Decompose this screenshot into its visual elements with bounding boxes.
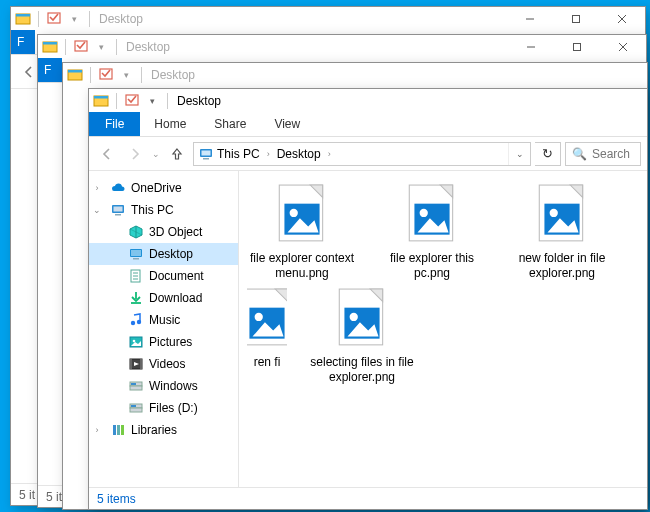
qat-customize-icon[interactable]: ▾ (144, 93, 160, 109)
tree-item-label: Videos (149, 357, 185, 371)
chevron-down-icon[interactable]: ⌄ (89, 205, 105, 215)
svg-rect-47 (130, 386, 142, 390)
minimize-button[interactable] (508, 35, 554, 58)
refresh-button[interactable]: ↻ (535, 142, 561, 166)
svg-rect-22 (203, 158, 209, 160)
up-button[interactable] (165, 142, 189, 166)
tree-item-videos[interactable]: Videos (89, 353, 238, 375)
tree-item-document[interactable]: Document (89, 265, 238, 287)
3d-icon (127, 224, 145, 240)
tree-item-label: Desktop (149, 247, 193, 261)
svg-rect-1 (16, 14, 30, 17)
breadcrumb-thispc[interactable]: This PC (194, 143, 264, 165)
folder-icon[interactable] (46, 11, 62, 27)
tree-item-onedrive[interactable]: ›OneDrive (89, 177, 238, 199)
tree-item-libraries[interactable]: ›Libraries (89, 419, 238, 441)
tree-item-download[interactable]: Download (89, 287, 238, 309)
file-name: ren fi (254, 355, 281, 370)
explorer-app-icon (93, 93, 109, 109)
tree-item-pictures[interactable]: Pictures (89, 331, 238, 353)
maximize-button[interactable] (554, 35, 600, 58)
file-list[interactable]: file explorer context menu.pngfile explo… (239, 171, 647, 487)
navigation-pane[interactable]: ›OneDrive⌄This PC3D ObjectDesktopDocumen… (89, 171, 239, 487)
folder-icon[interactable] (98, 67, 114, 83)
forward-button[interactable] (123, 142, 147, 166)
svg-rect-52 (113, 425, 116, 435)
svg-point-40 (133, 340, 136, 343)
chevron-right-icon[interactable]: › (264, 149, 273, 159)
close-button[interactable] (600, 35, 646, 58)
file-name: file explorer context menu.png (247, 251, 357, 281)
ribbon-expand-icon[interactable] (627, 112, 647, 136)
svg-rect-24 (114, 207, 123, 212)
svg-rect-25 (115, 214, 121, 216)
svg-rect-43 (130, 359, 132, 369)
file-name: new folder in file explorer.png (507, 251, 617, 281)
svg-rect-50 (130, 408, 142, 412)
svg-rect-54 (121, 425, 124, 435)
file-tab[interactable]: F (11, 30, 35, 54)
status-bar: 5 items (89, 487, 647, 509)
svg-rect-21 (202, 150, 211, 155)
chevron-right-icon[interactable]: › (89, 183, 105, 193)
svg-rect-53 (117, 425, 120, 435)
tree-item-label: 3D Object (149, 225, 202, 239)
search-input[interactable]: 🔍 Search (565, 142, 641, 166)
minimize-button[interactable] (507, 7, 553, 30)
image-file-icon (247, 287, 287, 349)
thispc-icon (109, 202, 127, 218)
qat-customize-icon[interactable]: ▾ (66, 11, 82, 27)
svg-rect-31 (133, 258, 139, 260)
tab-share[interactable]: Share (200, 112, 260, 136)
tree-item-label: This PC (131, 203, 174, 217)
tree-item-label: Download (149, 291, 202, 305)
image-file-icon (533, 183, 591, 245)
svg-rect-18 (94, 96, 108, 99)
image-file-icon (273, 183, 331, 245)
file-item[interactable]: file explorer context menu.png (247, 183, 357, 281)
recent-locations-icon[interactable]: ⌄ (151, 149, 161, 159)
file-tab[interactable]: File (89, 112, 140, 136)
tree-item-music[interactable]: Music (89, 309, 238, 331)
onedrive-icon (109, 180, 127, 196)
file-item[interactable]: file explorer this pc.png (377, 183, 487, 281)
folder-icon[interactable] (73, 39, 89, 55)
tree-item-label: Document (149, 269, 204, 283)
image-file-icon (403, 183, 461, 245)
window-title: Desktop (173, 94, 221, 108)
tree-item-label: Pictures (149, 335, 192, 349)
tab-home[interactable]: Home (140, 112, 200, 136)
svg-rect-15 (68, 70, 82, 73)
file-item[interactable]: ren fi (247, 287, 287, 385)
svg-point-37 (131, 321, 135, 325)
file-item[interactable]: selecting files in file explorer.png (307, 287, 417, 385)
search-icon: 🔍 (572, 147, 587, 161)
svg-point-38 (137, 320, 141, 324)
address-dropdown-icon[interactable]: ⌄ (508, 143, 530, 165)
breadcrumb-desktop[interactable]: Desktop (273, 143, 325, 165)
tree-item-label: Libraries (131, 423, 177, 437)
svg-rect-44 (140, 359, 142, 369)
tree-item-label: OneDrive (131, 181, 182, 195)
file-tab[interactable]: F (38, 58, 62, 82)
tree-item-3d-object[interactable]: 3D Object (89, 221, 238, 243)
tree-item-windows[interactable]: Windows (89, 375, 238, 397)
explorer-app-icon (67, 67, 83, 83)
back-button[interactable] (95, 142, 119, 166)
tree-item-desktop[interactable]: Desktop (89, 243, 238, 265)
tree-item-files-d-[interactable]: Files (D:) (89, 397, 238, 419)
chevron-right-icon[interactable]: › (89, 425, 105, 435)
address-bar[interactable]: This PC › Desktop › ⌄ (193, 142, 531, 166)
desktop-icon (127, 246, 145, 262)
image-file-icon (333, 287, 391, 349)
tree-item-this-pc[interactable]: ⌄This PC (89, 199, 238, 221)
tab-view[interactable]: View (260, 112, 314, 136)
qat-customize-icon[interactable]: ▾ (93, 39, 109, 55)
properties-icon[interactable] (124, 93, 140, 109)
maximize-button[interactable] (553, 7, 599, 30)
file-item[interactable]: new folder in file explorer.png (507, 183, 617, 281)
qat-customize-icon[interactable]: ▾ (118, 67, 134, 83)
close-button[interactable] (599, 7, 645, 30)
svg-rect-4 (573, 15, 580, 22)
chevron-right-icon[interactable]: › (325, 149, 334, 159)
